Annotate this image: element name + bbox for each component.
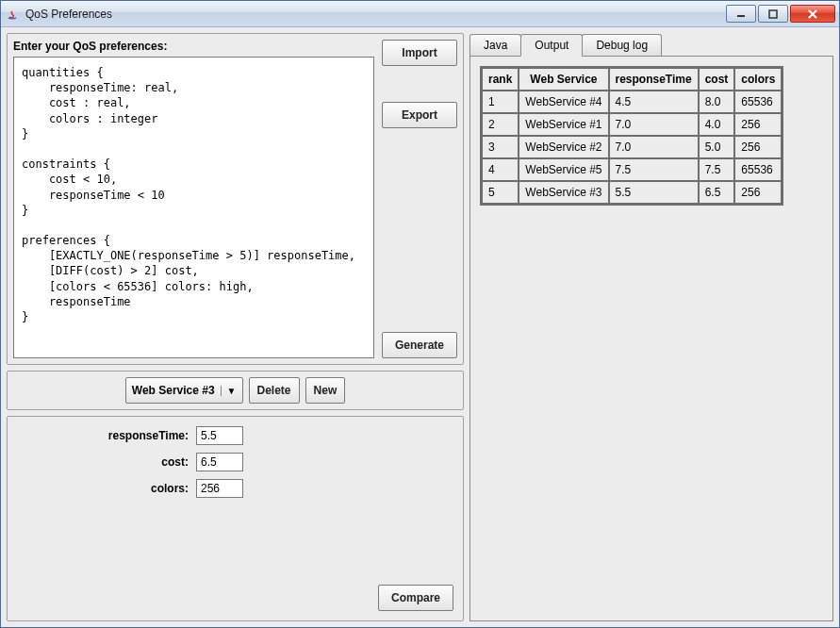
maximize-button[interactable] xyxy=(758,5,788,23)
editor-side: Enter your QoS preferences: xyxy=(13,40,374,358)
service-toolbar: Web Service #3 ▼ Delete New xyxy=(7,371,464,410)
right-column: Java Output Debug log rank Web Service r… xyxy=(469,33,833,621)
window-controls xyxy=(724,5,835,23)
window-frame: QoS Preferences Enter your QoS preferenc… xyxy=(0,0,840,628)
compare-column: Compare xyxy=(378,426,453,611)
tab-bar: Java Output Debug log xyxy=(469,33,833,56)
form-label: cost: xyxy=(17,455,196,469)
colors-input[interactable] xyxy=(196,479,243,498)
left-column: Enter your QoS preferences: Import Expor… xyxy=(7,33,464,621)
col-rank: rank xyxy=(482,68,519,91)
service-form-panel: responseTime: cost: colors: Compare xyxy=(7,416,464,621)
titlebar: QoS Preferences xyxy=(1,1,839,27)
window-title: QoS Preferences xyxy=(25,8,724,21)
col-responsetime: responseTime xyxy=(609,68,699,91)
import-button[interactable]: Import xyxy=(382,40,457,66)
content-area: Enter your QoS preferences: Import Expor… xyxy=(1,27,839,627)
form-row-cost: cost: xyxy=(17,453,371,471)
form-body: responseTime: cost: colors: xyxy=(17,426,371,611)
form-label: responseTime: xyxy=(17,429,196,442)
web-service-dropdown[interactable]: Web Service #3 ▼ xyxy=(125,377,243,404)
table-row: 5 WebService #3 5.5 6.5 256 xyxy=(482,181,782,204)
generate-button[interactable]: Generate xyxy=(382,332,457,358)
table-row: 4 WebService #5 7.5 7.5 65536 xyxy=(482,158,782,181)
svg-rect-1 xyxy=(769,10,777,18)
table-header-row: rank Web Service responseTime cost color… xyxy=(482,68,782,91)
table-row: 1 WebService #4 4.5 8.0 65536 xyxy=(482,91,782,113)
minimize-button[interactable] xyxy=(726,5,756,23)
editor-button-column: Import Export Generate xyxy=(382,40,457,358)
java-icon xyxy=(5,7,20,22)
tab-java[interactable]: Java xyxy=(469,34,521,57)
form-label: colors: xyxy=(17,482,196,495)
editor-label: Enter your QoS preferences: xyxy=(13,40,374,53)
compare-button[interactable]: Compare xyxy=(378,585,453,611)
form-row-responsetime: responseTime: xyxy=(17,426,371,445)
cost-input[interactable] xyxy=(196,453,243,471)
col-colors: colors xyxy=(734,68,782,91)
table-row: 2 WebService #1 7.0 4.0 256 xyxy=(482,113,782,136)
dropdown-selected: Web Service #3 xyxy=(132,384,215,397)
col-cost: cost xyxy=(699,68,735,91)
new-button[interactable]: New xyxy=(305,377,346,404)
form-row-colors: colors: xyxy=(17,479,371,498)
delete-button[interactable]: Delete xyxy=(249,377,300,404)
export-button[interactable]: Export xyxy=(382,102,457,128)
table-body: 1 WebService #4 4.5 8.0 65536 2 WebServi… xyxy=(482,91,782,204)
col-webservice: Web Service xyxy=(519,68,608,91)
tab-content-output: rank Web Service responseTime cost color… xyxy=(469,56,833,621)
close-button[interactable] xyxy=(790,5,835,23)
chevron-down-icon: ▼ xyxy=(221,386,237,396)
tab-debug-log[interactable]: Debug log xyxy=(582,34,662,57)
preferences-editor[interactable] xyxy=(13,57,374,358)
tab-output[interactable]: Output xyxy=(520,34,583,57)
output-table: rank Web Service responseTime cost color… xyxy=(480,66,783,206)
table-row: 3 WebService #2 7.0 5.0 256 xyxy=(482,136,782,158)
responsetime-input[interactable] xyxy=(196,426,243,445)
preferences-panel: Enter your QoS preferences: Import Expor… xyxy=(7,33,464,365)
